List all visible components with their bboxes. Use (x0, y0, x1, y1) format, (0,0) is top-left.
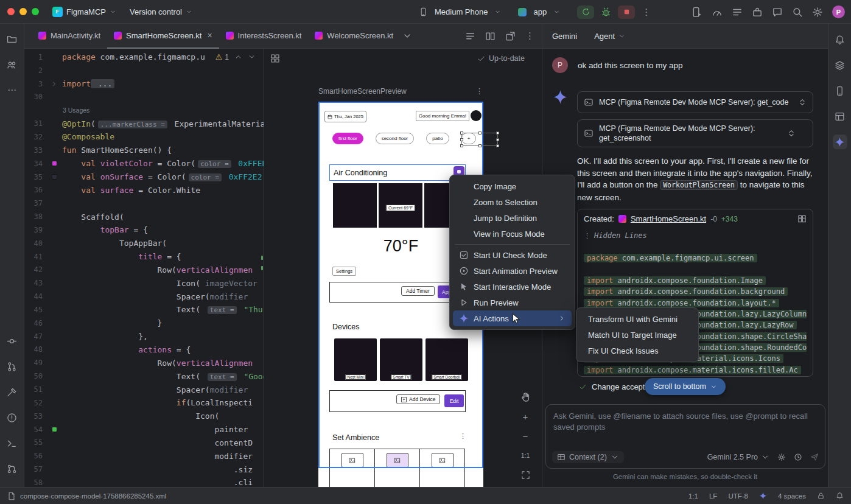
device-manager-icon[interactable] (833, 83, 847, 98)
more-run-options-button[interactable]: ⋮ (642, 7, 651, 18)
tab-agent[interactable]: Agent (594, 32, 625, 41)
editor-tab-WelcomeScreen.kt[interactable]: WelcomeScreen.kt (308, 24, 400, 49)
commit-icon[interactable] (5, 334, 19, 348)
maximize-window-button[interactable] (32, 8, 39, 15)
gemini-status-icon[interactable] (759, 492, 767, 500)
code-editor[interactable]: 1package com.example.figmamcp.u23import … (24, 49, 264, 487)
close-window-button[interactable] (7, 8, 15, 15)
color-swatch-icon[interactable] (52, 427, 57, 432)
vcs-widget[interactable]: Version control (130, 7, 192, 16)
split-editor-icon[interactable] (485, 31, 496, 41)
context-selector[interactable]: Context (2) (552, 451, 624, 463)
chevron-down-icon[interactable] (553, 9, 560, 15)
minimize-window-button[interactable] (19, 8, 27, 15)
rerun-button[interactable] (577, 5, 594, 19)
notifications-icon[interactable] (833, 32, 847, 47)
chevron-down-icon[interactable] (494, 9, 501, 15)
running-devices-icon[interactable] (692, 7, 702, 18)
editor-tab-InterestsScreen.kt[interactable]: InterestsScreen.kt (219, 24, 309, 49)
menu-item-start-ui-check-mode[interactable]: Start UI Check Mode (453, 247, 572, 263)
debug-button[interactable] (601, 7, 611, 17)
file-encoding[interactable]: UTF-8 (728, 492, 748, 500)
readonly-lock-icon[interactable] (817, 492, 825, 500)
zoom-ratio-button[interactable]: 1:1 (519, 449, 532, 462)
created-label: Created: (584, 214, 614, 223)
expand-icon[interactable] (787, 129, 796, 138)
color-swatch-icon[interactable] (52, 174, 57, 180)
editor-tab-SmartHomeScreen.kt[interactable]: SmartHomeScreen.kt× (107, 24, 219, 49)
next-issue-icon[interactable] (248, 53, 256, 61)
menu-item-jump-to-definition[interactable]: Jump to Definition (453, 210, 572, 226)
tool-call-get-code[interactable]: MCP (Figma Remote Dev Mode MCP Server): … (577, 91, 813, 113)
layout-inspector-icon[interactable] (833, 109, 847, 124)
settings-icon[interactable] (812, 7, 823, 18)
caret-position[interactable]: 1:1 (688, 492, 698, 500)
gemini-input[interactable]: Ask Gemini, use @filename to attach sour… (545, 404, 825, 469)
menu-item-ai-actions[interactable]: AI Actions (453, 310, 572, 326)
open-diff-icon[interactable] (797, 214, 807, 223)
expand-icon[interactable] (798, 98, 807, 107)
inspection-widget[interactable]: ⚠ 1 (211, 51, 261, 63)
submenu-item-match-ui-to-target-image[interactable]: Match UI to Target Image (580, 327, 695, 343)
settings-icon[interactable] (777, 453, 786, 461)
history-icon[interactable] (794, 453, 802, 461)
scroll-to-bottom-button[interactable]: Scroll to bottom (645, 378, 726, 395)
close-tab-icon[interactable]: × (207, 30, 212, 40)
created-file-link[interactable]: SmartHomeScreen.kt (631, 214, 706, 223)
run-config-selector[interactable]: app (533, 7, 547, 16)
logcat-icon[interactable] (732, 7, 743, 18)
assistant-icon[interactable] (772, 7, 783, 18)
gemini-icon[interactable] (833, 135, 847, 149)
fold-icon[interactable] (51, 80, 58, 88)
menu-item-copy-image[interactable]: Copy Image (453, 178, 572, 194)
terminal-icon[interactable] (5, 436, 19, 450)
extensions-icon[interactable] (752, 7, 763, 18)
submenu-item-transform-ui-with-gemini[interactable]: Transform UI with Gemini (580, 311, 695, 327)
team-icon[interactable] (5, 57, 19, 72)
editor-tab-MainActivity.kt[interactable]: MainActivity.kt (32, 24, 107, 49)
menu-item-start-animation-preview[interactable]: Start Animation Preview (453, 263, 572, 279)
menu-item-view-in-focus-mode[interactable]: View in Focus Mode (453, 226, 572, 242)
pull-requests-icon[interactable] (5, 359, 19, 374)
preview-options-button[interactable]: ⋮ (475, 86, 483, 96)
detach-window-icon[interactable] (505, 31, 516, 41)
prev-issue-icon[interactable] (234, 53, 242, 61)
version-control-icon[interactable] (5, 461, 19, 476)
statusbar-file[interactable]: compose-compose-model-1758866285245.xml (7, 492, 166, 500)
line-separator[interactable]: LF (709, 492, 717, 500)
zoom-in-button[interactable]: + (519, 410, 532, 423)
menu-item-run-preview[interactable]: Run Preview (453, 295, 572, 310)
stop-button[interactable] (618, 5, 635, 19)
project-selector[interactable]: F FigmaMCP (52, 7, 116, 17)
build-variants-icon[interactable] (833, 58, 847, 72)
project-folder-icon[interactable] (5, 32, 19, 46)
hidden-tabs-dropdown[interactable] (402, 31, 412, 41)
send-icon[interactable] (810, 453, 819, 461)
editor-more-options-button[interactable]: ⋮ (525, 30, 534, 41)
floor-filter-chips: first floorsecond floorpatio+ (332, 133, 476, 144)
profile-avatar[interactable]: P (832, 5, 845, 18)
pan-tool-button[interactable] (519, 390, 532, 404)
notifications-icon[interactable] (836, 492, 844, 500)
submenu-item-fix-ui-check-issues[interactable]: Fix UI Check Issues (580, 343, 695, 359)
tab-gemini[interactable]: Gemini (552, 32, 577, 41)
model-selector[interactable]: Gemini 2.5 Pro (707, 453, 769, 461)
search-icon[interactable] (792, 7, 803, 18)
build-icon[interactable] (5, 385, 19, 399)
more-tools-icon[interactable]: ⋯ (5, 83, 19, 97)
profiler-icon[interactable] (712, 7, 723, 18)
device-selector[interactable]: Medium Phone (435, 7, 488, 16)
zoom-to-fit-button[interactable] (519, 468, 532, 481)
line-number: 51 (24, 385, 46, 394)
zoom-out-button[interactable]: − (519, 429, 532, 443)
menu-item-zoom-to-selection[interactable]: Zoom to Selection (453, 194, 572, 210)
menu-item-start-interactive-mode[interactable]: Start Interactive Mode (453, 279, 572, 295)
color-swatch-icon[interactable] (52, 161, 57, 166)
tool-call-get-screenshot[interactable]: MCP (Figma Remote Dev Mode MCP Server): … (577, 119, 813, 147)
indent-setting[interactable]: 4 spaces (778, 492, 806, 500)
problems-icon[interactable] (5, 410, 19, 425)
preview-layout-icon[interactable] (270, 54, 280, 63)
file-list-icon[interactable] (465, 31, 475, 41)
line-number: 39 (24, 226, 46, 234)
window-controls[interactable] (7, 8, 39, 15)
